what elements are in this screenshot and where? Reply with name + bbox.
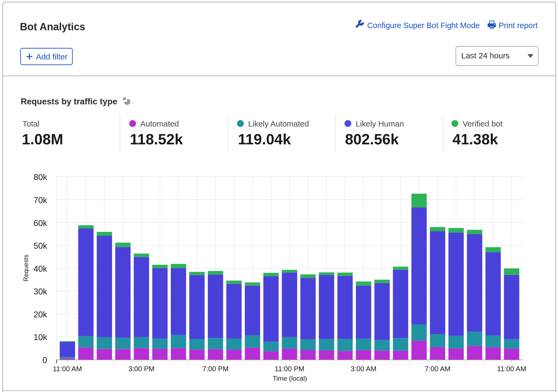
svg-text:118.52k: 118.52k bbox=[130, 131, 183, 148]
svg-text:Requests by traffic type: Requests by traffic type bbox=[21, 97, 117, 106]
svg-text:11:00 PM: 11:00 PM bbox=[275, 365, 304, 373]
svg-text:50k: 50k bbox=[34, 241, 47, 251]
svg-text:Add filter: Add filter bbox=[36, 52, 68, 61]
svg-text:41.38k: 41.38k bbox=[452, 131, 498, 148]
svg-text:11:00 AM: 11:00 AM bbox=[497, 365, 526, 373]
svg-text:30k: 30k bbox=[34, 287, 47, 296]
svg-text:7:00 AM: 7:00 AM bbox=[425, 365, 450, 373]
svg-text:Automated: Automated bbox=[140, 119, 179, 128]
svg-text:Time (local): Time (local) bbox=[273, 375, 307, 382]
svg-text:Likely Automated: Likely Automated bbox=[248, 119, 309, 128]
svg-text:7:00 PM: 7:00 PM bbox=[202, 365, 229, 373]
svg-text:Bot Analytics: Bot Analytics bbox=[20, 21, 85, 32]
svg-text:Likely Human: Likely Human bbox=[356, 119, 404, 128]
svg-text:802.56k: 802.56k bbox=[345, 131, 399, 148]
svg-text:10k: 10k bbox=[34, 333, 47, 342]
svg-text:Total: Total bbox=[22, 119, 39, 128]
svg-text:40k: 40k bbox=[34, 264, 47, 274]
svg-text:3:00 AM: 3:00 AM bbox=[351, 365, 376, 373]
svg-text:Configure Super Bot Fight Mode: Configure Super Bot Fight Mode bbox=[367, 21, 480, 30]
svg-text:Print report: Print report bbox=[499, 21, 537, 30]
svg-text:0: 0 bbox=[42, 356, 47, 365]
svg-text:1.08M: 1.08M bbox=[22, 131, 63, 148]
svg-text:11:00 AM: 11:00 AM bbox=[53, 365, 82, 373]
svg-text:Verified bot: Verified bot bbox=[462, 119, 503, 128]
svg-text:3:00 PM: 3:00 PM bbox=[128, 365, 155, 373]
svg-text:20k: 20k bbox=[34, 310, 47, 319]
svg-text:119.04k: 119.04k bbox=[238, 131, 291, 148]
svg-text:Last 24 hours: Last 24 hours bbox=[461, 51, 510, 60]
svg-text:70k: 70k bbox=[34, 195, 47, 205]
svg-text:Requests: Requests bbox=[22, 255, 29, 281]
svg-text:80k: 80k bbox=[34, 172, 47, 182]
svg-text:60k: 60k bbox=[34, 218, 47, 228]
